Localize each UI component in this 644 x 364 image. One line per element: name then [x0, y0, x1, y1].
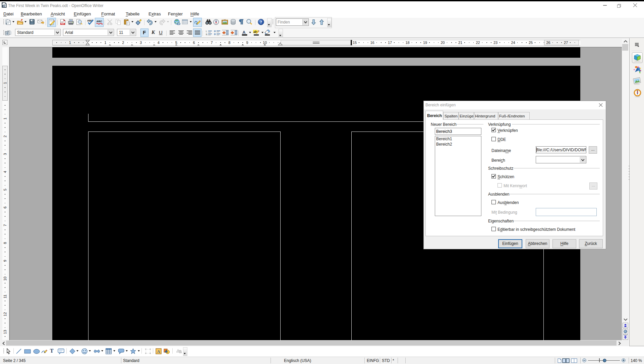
svg-text:I.: I.	[206, 30, 207, 33]
svg-text:3: 3	[140, 41, 142, 45]
svg-text:20: 20	[441, 41, 445, 45]
svg-text:6: 6	[3, 206, 7, 208]
svg-text:24: 24	[511, 41, 515, 45]
svg-text:7: 7	[3, 224, 7, 226]
svg-text:1: 1	[3, 117, 7, 119]
svg-text:7: 7	[211, 41, 213, 45]
svg-text:12: 12	[3, 312, 7, 316]
svg-text:11: 11	[3, 295, 7, 298]
svg-text:4: 4	[158, 41, 160, 45]
svg-text:5: 5	[3, 189, 7, 191]
svg-text:13: 13	[3, 330, 7, 334]
svg-text:4: 4	[3, 171, 7, 173]
svg-text:18: 18	[405, 41, 409, 45]
svg-text:2: 2	[3, 135, 7, 137]
svg-text:23: 23	[493, 41, 497, 45]
svg-text:?: ?	[260, 20, 262, 24]
svg-text:10: 10	[263, 41, 267, 45]
svg-text:PDF: PDF	[61, 23, 64, 25]
svg-text:16: 16	[370, 41, 374, 45]
svg-text:ABC: ABC	[97, 20, 103, 23]
svg-text:8: 8	[3, 242, 7, 244]
svg-text:9: 9	[3, 260, 7, 262]
svg-text:II.: II.	[206, 33, 208, 36]
svg-text:2: 2	[122, 41, 124, 45]
svg-text:26: 26	[546, 41, 550, 45]
svg-text:25: 25	[529, 41, 533, 45]
svg-text:10: 10	[3, 276, 7, 280]
svg-text:17: 17	[388, 41, 392, 45]
svg-text:15: 15	[353, 41, 357, 45]
svg-text:5: 5	[175, 41, 177, 45]
svg-text:3: 3	[3, 153, 7, 155]
svg-text:22: 22	[476, 41, 480, 45]
svg-text:21: 21	[458, 41, 462, 45]
svg-text:9: 9	[246, 41, 248, 45]
svg-text:A: A	[157, 349, 160, 354]
svg-text:6: 6	[193, 41, 195, 45]
svg-text:1: 1	[3, 82, 7, 84]
svg-text:1: 1	[69, 41, 71, 45]
svg-text:19: 19	[423, 41, 427, 45]
svg-text:27: 27	[564, 41, 568, 45]
svg-text:8: 8	[228, 41, 230, 45]
svg-text:A: A	[242, 30, 246, 35]
svg-text:1: 1	[104, 41, 106, 45]
